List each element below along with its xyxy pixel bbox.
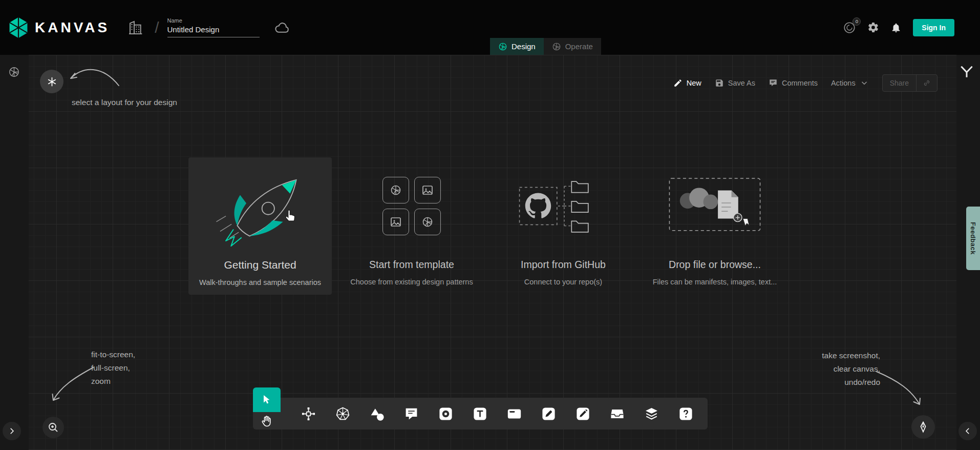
pointer-hand-cursor-icon	[283, 208, 299, 224]
pencil-tool-icon[interactable]	[576, 406, 590, 421]
drop-file-illustration-icon	[667, 177, 762, 235]
share-link-icon	[916, 75, 937, 91]
github-import-illustration-icon	[516, 175, 611, 237]
shapes-icon[interactable]	[370, 406, 385, 421]
kanvas-logo-icon	[7, 16, 30, 39]
zoom-button[interactable]	[42, 417, 64, 438]
chevron-right-icon	[7, 426, 16, 436]
select-pan-tools	[253, 398, 282, 429]
template-subtitle: Choose from existing design patterns	[350, 278, 473, 286]
drawer-inbox-icon[interactable]	[610, 406, 625, 421]
select-tool-button[interactable]	[253, 387, 281, 412]
magnifier-plus-icon	[47, 421, 59, 434]
actions-label: Actions	[831, 79, 856, 87]
github-title: Import from GitHub	[521, 259, 606, 271]
github-subtitle: Connect to your repo(s)	[524, 278, 602, 286]
tab-operate[interactable]: Operate	[544, 38, 601, 55]
feedback-tab[interactable]: Feedback	[966, 207, 980, 270]
breadcrumb-separator: /	[155, 19, 159, 36]
hint-full-screen: full-screen,	[91, 361, 135, 375]
new-label: New	[687, 79, 701, 87]
template-thumb-image-icon	[382, 209, 409, 235]
tab-design[interactable]: Design	[490, 38, 544, 55]
annotation-comment-icon[interactable]	[404, 406, 419, 421]
pan-hand-icon[interactable]	[260, 415, 274, 428]
left-edge-panel	[0, 55, 29, 450]
pen-tool-icon[interactable]	[541, 406, 556, 421]
bottom-left-hint-arrow	[46, 361, 97, 407]
chevron-left-icon	[963, 426, 972, 436]
layout-hint-arrow	[65, 62, 122, 92]
sign-in-button[interactable]: Sign In	[913, 19, 954, 36]
media-icon[interactable]	[438, 406, 453, 421]
comments-label: Comments	[782, 79, 818, 87]
cursor-arrow-icon	[261, 394, 273, 406]
save-icon	[715, 78, 724, 88]
template-thumb-aperture-icon	[382, 177, 409, 203]
template-art	[340, 157, 483, 255]
card-shape-icon[interactable]	[507, 406, 522, 421]
meshery-spinner-icon	[8, 66, 20, 78]
layer5-y-logo[interactable]	[960, 65, 974, 78]
actions-dropdown[interactable]: Actions	[831, 78, 869, 88]
save-as-button[interactable]: Save As	[715, 78, 755, 88]
template-thumb-aperture-icon	[414, 209, 441, 235]
template-thumb-image-icon	[414, 177, 441, 203]
bottom-right-hint-arrow	[871, 365, 928, 413]
design-aperture-icon	[498, 42, 507, 51]
credits-count-badge: 0	[853, 17, 861, 26]
getting-started-art	[188, 157, 332, 255]
pencil-icon	[673, 78, 683, 88]
operate-aperture-icon	[552, 42, 561, 51]
hint-zoom: zoom	[91, 375, 135, 388]
organization-icon[interactable]	[127, 19, 143, 36]
layout-selector-button[interactable]	[40, 70, 63, 93]
github-art	[492, 157, 635, 255]
hint-screenshot: take screenshot,	[822, 349, 880, 362]
start-options-row: Getting Started Walk-throughs and sample…	[188, 157, 786, 295]
credits-indicator[interactable]: 0	[843, 21, 856, 34]
card-start-from-template[interactable]: Start from template Choose from existing…	[340, 157, 483, 295]
card-getting-started[interactable]: Getting Started Walk-throughs and sample…	[188, 157, 332, 295]
new-design-button[interactable]: New	[673, 78, 701, 88]
text-tool-icon[interactable]	[473, 406, 487, 421]
card-import-from-github[interactable]: Import from GitHub Connect to your repo(…	[492, 157, 635, 295]
card-drop-file[interactable]: Drop file or browse... Files can be mani…	[643, 157, 786, 295]
canvas-toolbar: New Save As Comments Actions	[673, 74, 938, 92]
collapse-right-panel-button[interactable]	[958, 422, 977, 440]
brand[interactable]: KANVAS	[7, 16, 110, 39]
bottom-left-hint: fit-to-screen, full-screen, zoom	[91, 348, 135, 388]
tab-design-label: Design	[512, 42, 536, 51]
brand-name: KANVAS	[35, 19, 110, 36]
cloud-sync-icon[interactable]	[274, 19, 290, 36]
kubernetes-wheel-icon[interactable]	[335, 406, 350, 421]
getting-started-subtitle: Walk-throughs and sample scenarios	[199, 278, 321, 287]
drop-file-title: Drop file or browse...	[669, 259, 761, 271]
layout-hint-text: select a layout for your design	[72, 96, 177, 109]
layers-icon[interactable]	[644, 406, 659, 421]
tab-operate-label: Operate	[565, 42, 593, 51]
share-button[interactable]: Share	[882, 74, 938, 92]
save-as-label: Save As	[728, 79, 755, 87]
rocket-illustration-icon	[201, 166, 319, 247]
design-name-input[interactable]	[167, 24, 260, 37]
template-thumbnails	[382, 177, 441, 235]
chevron-down-icon	[860, 78, 869, 88]
mode-tabs: Design Operate	[490, 38, 601, 55]
expand-left-panel-button[interactable]	[3, 422, 21, 440]
design-name-label: Name	[167, 17, 260, 24]
header-right-group: 0 Sign In	[843, 19, 954, 36]
design-name-field: Name	[167, 17, 260, 37]
getting-started-title: Getting Started	[224, 259, 296, 271]
design-canvas[interactable]: select a layout for your design New Save…	[0, 55, 980, 450]
pen-nib-icon	[917, 421, 929, 433]
drop-file-art	[643, 157, 786, 255]
comments-button[interactable]: Comments	[769, 78, 818, 88]
drop-file-subtitle: Files can be manifests, images, text...	[653, 278, 777, 286]
freehand-pen-button[interactable]	[911, 415, 935, 439]
notifications-bell-icon[interactable]	[890, 22, 902, 33]
settings-gear-icon[interactable]	[867, 22, 879, 33]
components-circuit-icon[interactable]	[301, 406, 316, 421]
layout-asterisk-icon	[47, 76, 57, 87]
help-icon[interactable]	[678, 406, 693, 421]
